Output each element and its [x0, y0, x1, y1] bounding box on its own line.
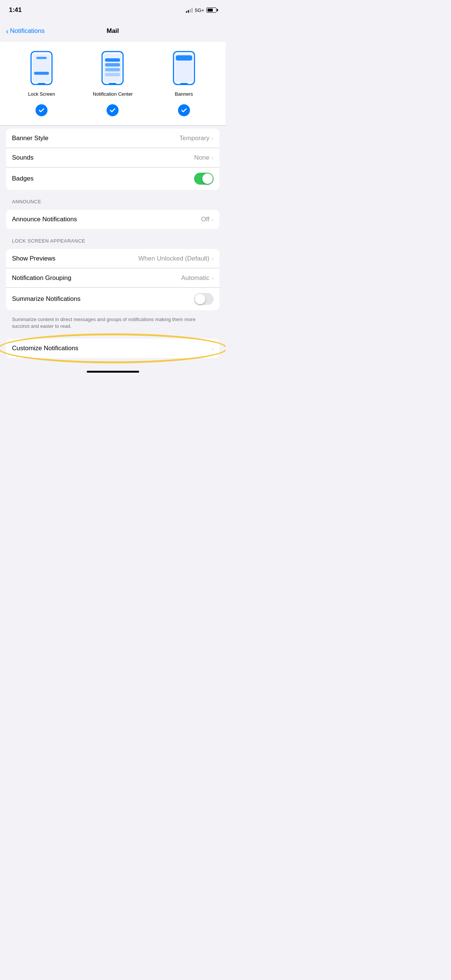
- home-indicator: [0, 364, 225, 379]
- svg-rect-9: [105, 68, 120, 72]
- notification-grouping-value: Automatic: [181, 274, 209, 282]
- badges-row: Badges: [6, 167, 220, 190]
- nav-header: ‹ Notifications Mail: [0, 20, 225, 42]
- lock-screen-appearance-section: LOCK SCREEN APPEARANCE Show Previews Whe…: [0, 232, 225, 336]
- customize-notifications-wrapper: Customize Notifications ›: [6, 339, 220, 358]
- show-previews-value: When Unlocked (Default): [139, 255, 209, 262]
- lock-screen-icon: [30, 51, 54, 88]
- sounds-value-group: None ›: [194, 154, 214, 161]
- badges-label: Badges: [12, 175, 33, 182]
- network-type: 5G+: [195, 8, 204, 13]
- summarize-notifications-label: Summarize Notifications: [12, 295, 80, 303]
- notification-grouping-value-group: Automatic ›: [181, 274, 214, 282]
- back-button[interactable]: ‹ Notifications: [6, 27, 45, 35]
- svg-rect-10: [105, 73, 120, 76]
- lock-screen-option[interactable]: Lock Screen: [19, 51, 64, 97]
- svg-rect-4: [38, 83, 45, 84]
- settings-group-1: Banner Style Temporary › Sounds None › B…: [6, 129, 220, 190]
- banner-style-row[interactable]: Banner Style Temporary ›: [6, 129, 220, 148]
- summarize-notifications-toggle[interactable]: [194, 293, 214, 305]
- announce-section: ANNOUNCE Announce Notifications Off ›: [0, 193, 225, 229]
- svg-rect-15: [180, 83, 188, 84]
- notification-grouping-chevron: ›: [212, 275, 214, 281]
- notification-center-option[interactable]: Notification Center: [90, 51, 135, 97]
- lock-screen-checkbox[interactable]: [35, 104, 48, 116]
- sounds-value: None: [194, 154, 209, 161]
- show-previews-label: Show Previews: [12, 255, 55, 262]
- notification-grouping-label: Notification Grouping: [12, 274, 72, 282]
- svg-rect-11: [109, 83, 116, 84]
- notification-center-label: Notification Center: [93, 91, 133, 97]
- announce-notifications-value-group: Off ›: [201, 216, 214, 223]
- announce-notifications-chevron: ›: [212, 216, 214, 223]
- summarize-notifications-row: Summarize Notifications: [6, 288, 220, 310]
- banner-style-label: Banner Style: [12, 135, 48, 142]
- badges-toggle-knob: [202, 173, 213, 184]
- banners-icon: [172, 51, 196, 88]
- checkboxes-row: [6, 103, 220, 116]
- banners-option[interactable]: Banners: [161, 51, 206, 97]
- lock-screen-label: Lock Screen: [28, 91, 55, 97]
- svg-rect-2: [36, 57, 47, 59]
- notification-center-icon: [100, 51, 124, 88]
- signal-icon: [186, 8, 193, 13]
- svg-rect-14: [176, 55, 192, 60]
- announce-notifications-label: Announce Notifications: [12, 216, 77, 223]
- show-previews-chevron: ›: [212, 255, 214, 262]
- sounds-row[interactable]: Sounds None ›: [6, 148, 220, 167]
- battery-icon: [206, 8, 217, 13]
- notification-grouping-row[interactable]: Notification Grouping Automatic ›: [6, 268, 220, 288]
- status-bar: 1:41 5G+: [0, 0, 225, 20]
- show-previews-value-group: When Unlocked (Default) ›: [139, 255, 214, 262]
- summarize-toggle-knob: [195, 294, 205, 304]
- badges-toggle[interactable]: [194, 173, 214, 185]
- back-label: Notifications: [10, 27, 45, 35]
- customize-notifications-label: Customize Notifications: [12, 345, 78, 352]
- notification-center-checkbox[interactable]: [107, 104, 118, 116]
- summarize-sub-text: Summarize content in direct messages and…: [0, 313, 225, 336]
- announce-settings-group: Announce Notifications Off ›: [6, 210, 220, 229]
- status-icons: 5G+: [186, 8, 217, 13]
- announce-section-header: ANNOUNCE: [0, 193, 225, 207]
- home-bar: [87, 371, 139, 373]
- notification-icon-options: Lock Screen Notification Center: [6, 51, 220, 97]
- announce-notifications-row[interactable]: Announce Notifications Off ›: [6, 210, 220, 229]
- announce-notifications-value: Off: [201, 216, 209, 223]
- lock-screen-settings-group: Show Previews When Unlocked (Default) › …: [6, 249, 220, 310]
- banners-checkbox[interactable]: [178, 104, 190, 116]
- notification-icons-section: Lock Screen Notification Center: [0, 42, 225, 126]
- svg-rect-8: [105, 63, 120, 67]
- svg-rect-7: [105, 58, 120, 62]
- status-time: 1:41: [9, 6, 22, 14]
- customize-notifications-row[interactable]: Customize Notifications ›: [6, 339, 220, 358]
- page-title: Mail: [107, 27, 119, 35]
- sounds-chevron: ›: [212, 154, 214, 161]
- customize-notifications-chevron: ›: [212, 345, 214, 352]
- banner-style-value-group: Temporary ›: [180, 135, 214, 142]
- banners-label: Banners: [175, 91, 193, 97]
- lock-screen-section-header: LOCK SCREEN APPEARANCE: [0, 232, 225, 246]
- banner-style-value: Temporary: [180, 135, 209, 142]
- banner-style-chevron: ›: [212, 135, 214, 141]
- sounds-label: Sounds: [12, 154, 33, 161]
- back-chevron-icon: ‹: [6, 27, 9, 35]
- svg-rect-3: [34, 72, 49, 75]
- show-previews-row[interactable]: Show Previews When Unlocked (Default) ›: [6, 249, 220, 268]
